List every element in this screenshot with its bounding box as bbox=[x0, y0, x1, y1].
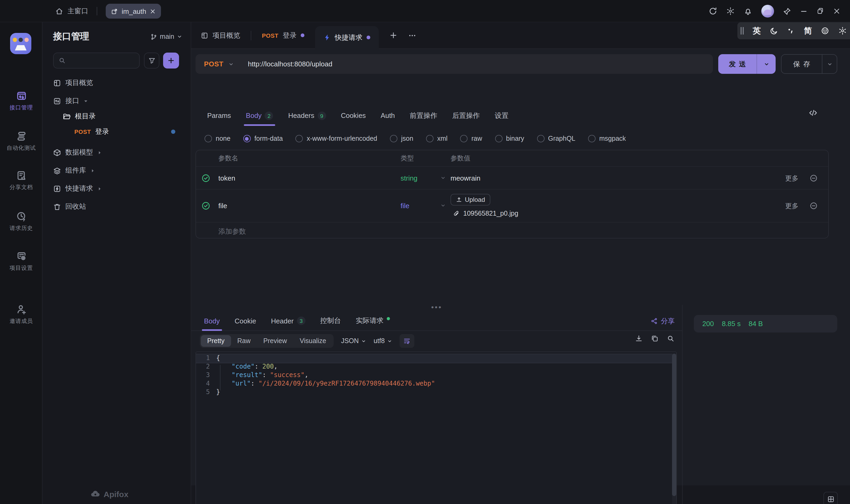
tab-response-header[interactable]: Header3 bbox=[271, 311, 305, 330]
moon-icon[interactable] bbox=[769, 26, 778, 35]
format-dropdown[interactable]: JSON bbox=[341, 337, 366, 345]
tab-overflow-ellipsis-icon[interactable] bbox=[408, 31, 417, 39]
tree-item-root-folder[interactable]: 根目录 bbox=[42, 108, 191, 124]
radio-binary[interactable]: binary bbox=[495, 135, 524, 142]
code-scrollbar-track[interactable] bbox=[672, 353, 676, 504]
send-button[interactable]: 发送 bbox=[718, 54, 776, 74]
save-button[interactable]: 保存 bbox=[781, 54, 837, 74]
filter-button[interactable] bbox=[144, 53, 159, 69]
rail-item-request-history[interactable]: 请求历史 bbox=[0, 211, 42, 232]
tree-item-component-library[interactable]: 组件库 bbox=[42, 163, 191, 178]
tree-item-trash[interactable]: 回收站 bbox=[42, 199, 191, 215]
ime-settings-gear-icon[interactable] bbox=[838, 26, 847, 35]
radio-raw[interactable]: raw bbox=[460, 135, 482, 142]
send-options-chevron-icon[interactable] bbox=[757, 61, 776, 67]
tab-auth[interactable]: Auth bbox=[380, 105, 395, 126]
rail-item-automated-testing[interactable]: 自动化测试 bbox=[0, 131, 42, 152]
add-new-button[interactable] bbox=[163, 53, 179, 69]
minimize-icon[interactable] bbox=[800, 7, 808, 15]
radio-form-data[interactable]: form-data bbox=[243, 135, 283, 142]
tab-quick-request-active[interactable]: 快捷请求 bbox=[315, 26, 379, 49]
radio-xml[interactable]: xml bbox=[426, 135, 447, 142]
remove-row-icon[interactable] bbox=[810, 174, 818, 182]
code-line[interactable]: 4 "url": "/i/2024/09/16/y9ezRF1726476798… bbox=[196, 380, 676, 388]
response-body-code-viewer[interactable]: 1{2 "code": 200,3 "result": "success",4 … bbox=[195, 352, 677, 504]
tab-login-endpoint[interactable]: POST 登录 bbox=[262, 31, 304, 40]
tree-item-data-models[interactable]: 数据模型 bbox=[42, 144, 191, 160]
main-window-button[interactable]: 主窗口 bbox=[55, 6, 88, 16]
attached-file[interactable]: 109565821_p0.jpg bbox=[453, 210, 518, 217]
new-tab-plus-icon[interactable] bbox=[389, 31, 397, 39]
code-line[interactable]: 5} bbox=[196, 388, 676, 397]
maximize-restore-icon[interactable] bbox=[816, 7, 824, 15]
close-window-icon[interactable] bbox=[833, 7, 840, 15]
radio-none[interactable]: none bbox=[205, 135, 231, 142]
remove-row-icon[interactable] bbox=[810, 202, 818, 210]
view-mode-preview[interactable]: Preview bbox=[257, 335, 293, 347]
rail-item-share-docs[interactable]: 分享文档 bbox=[0, 170, 42, 191]
tab-body[interactable]: Body2 bbox=[246, 105, 273, 126]
add-param-row[interactable]: 添加参数 bbox=[196, 222, 828, 238]
rail-item-project-settings[interactable]: 项目设置 bbox=[0, 251, 42, 272]
more-link[interactable]: 更多 bbox=[785, 174, 798, 183]
ime-drag-handle[interactable] bbox=[741, 27, 744, 35]
ime-charset-toggle[interactable]: 简 bbox=[804, 26, 812, 36]
method-selector[interactable]: POST bbox=[204, 60, 224, 68]
tree-item-project-overview[interactable]: 项目概览 bbox=[42, 75, 191, 91]
tab-pre-operations[interactable]: 前置操作 bbox=[410, 105, 438, 126]
search-input[interactable] bbox=[53, 53, 140, 69]
refresh-icon[interactable] bbox=[709, 7, 717, 15]
param-type[interactable]: file bbox=[401, 202, 409, 210]
caret-right-icon[interactable] bbox=[90, 168, 95, 173]
view-mode-visualize[interactable]: Visualize bbox=[293, 335, 333, 347]
download-icon[interactable] bbox=[635, 335, 643, 343]
branch-selector[interactable]: main bbox=[150, 33, 182, 40]
param-value[interactable]: meowrain bbox=[450, 174, 480, 182]
radio-graphql[interactable]: GraphQL bbox=[537, 135, 575, 142]
tree-item-api-group[interactable]: 接口 bbox=[42, 93, 191, 109]
tab-headers[interactable]: Headers9 bbox=[288, 105, 326, 126]
code-scrollbar-thumb[interactable] bbox=[672, 354, 676, 496]
chevron-down-icon[interactable] bbox=[440, 175, 446, 181]
param-name[interactable]: token bbox=[218, 174, 235, 182]
radio-msgpack[interactable]: msgpack bbox=[588, 135, 626, 142]
tab-cookies[interactable]: Cookies bbox=[341, 105, 366, 126]
notifications-bell-icon[interactable] bbox=[744, 7, 752, 15]
code-line[interactable]: 3 "result": "success", bbox=[196, 371, 676, 380]
rail-item-api-management[interactable]: 接口管理 bbox=[0, 90, 42, 111]
project-logo[interactable] bbox=[10, 33, 31, 54]
code-line[interactable]: 1{ bbox=[196, 354, 676, 363]
url-bar[interactable]: POST http://localhost:8080/upload bbox=[195, 54, 713, 74]
encoding-dropdown[interactable]: utf8 bbox=[374, 337, 392, 345]
view-mode-pretty[interactable]: Pretty bbox=[201, 335, 231, 347]
search-in-response-icon[interactable] bbox=[667, 335, 675, 343]
tab-post-operations[interactable]: 后置操作 bbox=[453, 105, 480, 126]
user-avatar[interactable] bbox=[761, 5, 774, 18]
tab-response-cookie[interactable]: Cookie bbox=[234, 311, 256, 330]
panel-layout-toggle[interactable] bbox=[824, 492, 838, 504]
caret-down-icon[interactable] bbox=[84, 98, 88, 103]
caret-right-icon[interactable] bbox=[97, 150, 102, 155]
table-row-token[interactable]: token string meowrain 更多 bbox=[196, 167, 828, 190]
emoji-icon[interactable] bbox=[821, 26, 829, 35]
chevron-down-icon[interactable] bbox=[440, 203, 446, 208]
upload-button[interactable]: Upload bbox=[450, 194, 490, 205]
tab-console[interactable]: 控制台 bbox=[320, 311, 341, 330]
tab-response-body[interactable]: Body bbox=[204, 311, 220, 330]
copy-icon[interactable] bbox=[651, 335, 659, 343]
share-button[interactable]: 分享 bbox=[651, 311, 675, 331]
param-name[interactable]: file bbox=[218, 202, 227, 210]
tab-actual-request[interactable]: 实际请求 bbox=[356, 311, 390, 330]
close-tab-icon[interactable] bbox=[150, 8, 156, 14]
tab-project-overview[interactable]: 项目概览 bbox=[201, 31, 240, 40]
tab-params[interactable]: Params bbox=[207, 105, 231, 126]
punctuation-icon[interactable] bbox=[787, 27, 795, 35]
table-row-file[interactable]: file file Upload 109565821_p0.jpg 更多 bbox=[196, 190, 828, 222]
radio-json[interactable]: json bbox=[390, 135, 413, 142]
caret-right-icon[interactable] bbox=[97, 186, 102, 191]
pin-window-icon[interactable] bbox=[783, 7, 791, 15]
tree-item-login-endpoint[interactable]: POST 登录 bbox=[42, 124, 191, 140]
settings-gear-icon[interactable] bbox=[726, 7, 735, 15]
param-type[interactable]: string bbox=[401, 174, 418, 182]
radio-x-www-form-urlencoded[interactable]: x-www-form-urlencoded bbox=[296, 135, 377, 142]
